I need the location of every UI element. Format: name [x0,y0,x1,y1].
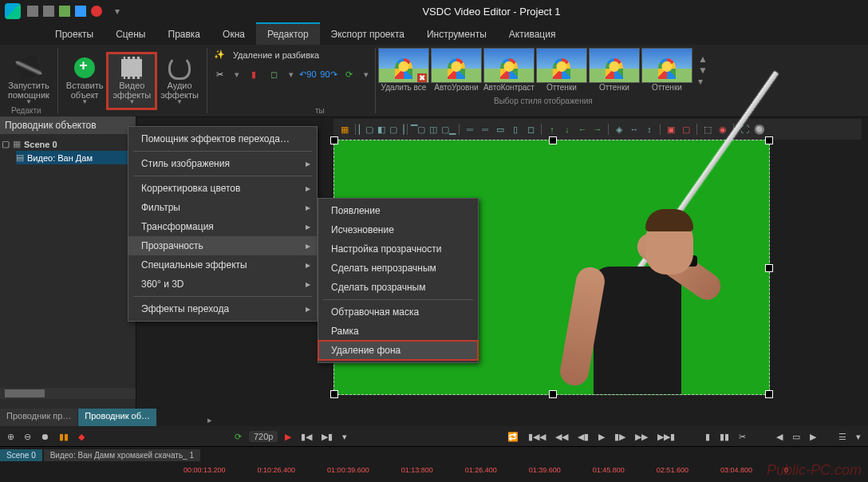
menu-tools[interactable]: Инструменты [416,24,498,45]
next-frame-icon[interactable]: ▮▶ [612,432,628,442]
frame-fwd-icon[interactable]: ▶▮ [319,432,335,442]
menu-color-correction[interactable]: Корректировка цветов [128,179,317,198]
export-icon[interactable] [75,6,86,17]
forward-icon[interactable]: ▶▶ [633,432,650,442]
resize-handle[interactable] [330,136,338,144]
expand-side-icon[interactable]: ▸ [207,415,212,425]
menu-edit[interactable]: Правка [157,24,212,45]
menu-projects[interactable]: Проекты [44,24,105,45]
dropdown-end-icon[interactable]: ▾ [854,432,863,442]
rotate-ccw-icon[interactable]: ↶90 [302,68,314,81]
open-icon[interactable] [43,6,54,17]
menu-image-style[interactable]: Стиль изображения [128,154,317,173]
menu-filters[interactable]: Фильтры [128,198,317,217]
prev-frame-icon[interactable]: ◀▮ [575,432,591,442]
thumb-hues-1[interactable]: Оттенки [537,48,586,92]
resize-handle[interactable] [765,136,773,144]
menu-windows[interactable]: Окна [211,24,256,45]
timeline-clip-tab[interactable]: Видео: Ван Дамм хромакей скачать_ 1 [44,449,200,461]
go-start-icon[interactable]: ▮◀◀ [526,432,548,442]
arrow-right-icon[interactable]: → [591,123,604,136]
same-height-icon[interactable]: ▯ [509,123,522,136]
fit-width-icon[interactable]: ↔ [628,123,641,136]
marker-red-icon[interactable]: ◆ [76,432,87,442]
gallery-expand-icon[interactable]: ▾ [698,76,708,87]
menu-export[interactable]: Экспорт проекта [320,24,416,45]
align-grid-icon[interactable]: ▦ [338,123,351,136]
center-both-icon[interactable]: ◈ [613,123,625,136]
play-button[interactable]: ▶ [282,432,294,442]
marker-icon[interactable]: ▮ [247,68,260,81]
wizard-button[interactable]: Запустить помощник ▼ [3,53,54,109]
rotate-cw-icon[interactable]: 90↷ [322,68,335,81]
tab-object-explorer[interactable]: Проводник об… [78,409,157,426]
new-icon[interactable] [27,6,38,17]
timeline-menu-icon[interactable]: ▾ [340,432,349,442]
timeline-view-icon[interactable]: ▭ [790,432,803,442]
resize-handle[interactable] [330,390,338,398]
scroll-right-icon[interactable]: ▶ [807,432,819,442]
dist-v-icon[interactable]: ▫▫ [479,123,491,136]
gallery-up-icon[interactable]: ▲ [698,53,708,65]
fit-timeline-icon[interactable]: ⏺ [38,432,52,441]
menu-activation[interactable]: Активация [498,24,567,45]
refresh-icon[interactable]: ⟳ [343,68,356,81]
tree-video-row[interactable]: ▤ Видео: Ван Дам [16,151,134,164]
timeline-settings-icon[interactable]: ▮▮ [57,432,71,442]
menu-transitions[interactable]: Эффекты перехода [128,299,317,318]
submenu-frame[interactable]: Рамка [318,322,478,341]
audio-effects-button[interactable]: Аудио эффекты ▼ [156,53,203,109]
zoom-out-timeline-icon[interactable]: ⊖ [22,432,34,442]
zoom-in-timeline-icon[interactable]: ⊕ [5,432,17,442]
selection-icon[interactable]: ⬚ [701,123,714,136]
resize-handle[interactable] [549,136,557,144]
split-1-icon[interactable]: ▮ [703,432,712,442]
resize-handle[interactable] [765,264,773,272]
cut-timeline-icon[interactable]: ✂ [736,432,748,442]
insert-object-button[interactable]: Вставить объект ▼ [61,53,108,109]
resize-handle[interactable] [765,390,773,398]
gallery-down-icon[interactable]: ▼ [698,65,708,76]
thumb-auto-contrast[interactable]: АвтоКонтраст [484,48,534,92]
menu-transition-wizard[interactable]: Помощник эффектов перехода… [128,129,317,148]
menu-transform[interactable]: Трансформация [128,217,317,236]
ungroup-icon[interactable]: ▢ [680,123,692,136]
thumb-delete-all[interactable]: Удалить все [379,48,428,92]
thumb-auto-levels[interactable]: АвтоУровни [432,48,481,92]
tree-scene-row[interactable]: ▢ ▦ Scene 0 [2,137,134,151]
timeline-scene-tab[interactable]: Scene 0 [0,449,42,461]
split-2-icon[interactable]: ▮▮ [717,432,732,442]
align-right-icon[interactable]: ▢▕ [390,123,403,136]
fit-height-icon[interactable]: ↕ [643,123,656,136]
cut-icon[interactable]: ✂ [214,68,227,81]
collapse-icon[interactable]: ▢ [2,139,10,149]
tab-project-explorer[interactable]: Проводник пр… [0,409,78,426]
align-center-h-icon[interactable]: ◧ [375,123,388,136]
video-effects-button[interactable]: Видео эффекты ▼ [108,53,156,109]
submenu-opacity-settings[interactable]: Настройка прозрачности [318,239,478,259]
align-bottom-icon[interactable]: ▢▁ [442,123,455,136]
record-icon[interactable] [91,6,102,17]
play-icon[interactable]: ▶ [596,432,607,442]
repeat-icon[interactable]: 🔁 [505,432,521,442]
loop-icon[interactable]: ⟳ [232,432,244,442]
group-icon[interactable]: ▣ [665,123,677,136]
align-left-icon[interactable]: ▏▢ [360,123,373,136]
align-middle-icon[interactable]: ◫ [427,123,440,136]
timeline[interactable]: Scene 0 Видео: Ван Дамм хромакей скачать… [0,446,868,482]
properties-icon[interactable]: ☰ [836,432,849,442]
arrow-left-icon[interactable]: ← [576,123,589,136]
thumb-hues-3[interactable]: Оттенки [642,48,692,92]
left-scrollbar[interactable] [0,388,136,399]
rewind-icon[interactable]: ◀◀ [553,432,570,442]
dist-h-icon[interactable]: ▫▫ [464,123,476,136]
arrow-down-icon[interactable]: ↓ [561,123,574,136]
save-icon[interactable] [59,6,70,17]
align-top-icon[interactable]: ▔▢ [412,123,424,136]
submenu-fade-out[interactable]: Исчезновение [318,220,478,239]
submenu-remove-background[interactable]: Удаление фона [318,341,478,360]
scroll-left-icon[interactable]: ◀ [774,432,785,442]
resolution-selector[interactable]: 720p [249,431,278,442]
menu-transparency[interactable]: Прозрачность [128,236,317,255]
arrow-up-icon[interactable]: ↑ [546,123,558,136]
